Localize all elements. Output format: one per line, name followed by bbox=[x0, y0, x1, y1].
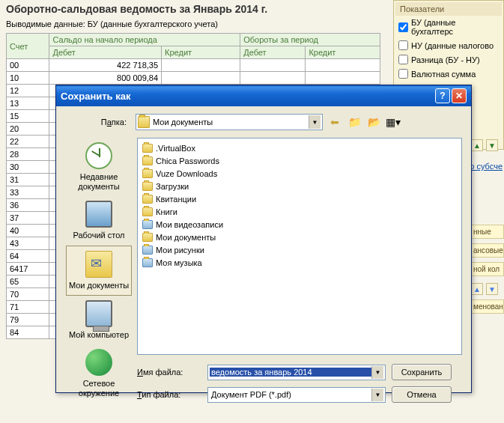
arrow-up-icon[interactable]: ▲ bbox=[471, 283, 483, 295]
col-credit-1: Кредит bbox=[162, 46, 240, 59]
folder-icon bbox=[142, 220, 153, 229]
chevron-down-icon[interactable]: ▼ bbox=[309, 115, 321, 129]
side-frag: нные bbox=[470, 225, 504, 239]
table-row[interactable]: 00422 718,35 bbox=[7, 59, 380, 72]
list-item[interactable]: Квитанции bbox=[141, 192, 458, 205]
list-item[interactable]: Мои рисунки bbox=[141, 243, 458, 256]
help-button[interactable]: ? bbox=[435, 88, 450, 103]
cell-account: 30 bbox=[7, 161, 49, 174]
place-desktop[interactable]: Рабочий стол bbox=[66, 196, 132, 245]
list-item[interactable]: Vuze Downloads bbox=[141, 167, 458, 180]
cell-account: 10 bbox=[7, 72, 49, 85]
cell-account: 84 bbox=[7, 326, 49, 339]
close-button[interactable]: ✕ bbox=[452, 88, 467, 103]
side-frag: ансовые bbox=[470, 243, 504, 258]
list-item[interactable]: Книги bbox=[141, 205, 458, 218]
checkbox[interactable] bbox=[398, 69, 408, 79]
file-name: Квитанции bbox=[156, 195, 196, 204]
mydocs-icon bbox=[85, 251, 112, 278]
table-row[interactable]: 10800 009,84 bbox=[7, 72, 380, 85]
list-item[interactable]: Мои видеозаписи bbox=[141, 218, 458, 231]
side-arrow-group-2: ▲ ▼ bbox=[471, 283, 498, 295]
filename-label: Имя файла: bbox=[136, 368, 201, 377]
computer-icon bbox=[85, 300, 112, 327]
checkbox-row[interactable]: БУ (данные бухгалтерс bbox=[395, 16, 502, 38]
checkbox-label: НУ (данные налогово bbox=[411, 41, 494, 50]
views-icon[interactable]: ▦▾ bbox=[386, 115, 401, 130]
back-icon[interactable]: ⬅ bbox=[327, 115, 342, 130]
up-folder-icon[interactable]: 📁 bbox=[347, 115, 362, 130]
filetype-label: Тип файла: bbox=[136, 390, 201, 399]
col-debit-1: Дебет bbox=[49, 46, 162, 59]
chevron-down-icon[interactable]: ▼ bbox=[371, 389, 383, 401]
file-name: Мои рисунки bbox=[156, 246, 204, 255]
cell-account: 22 bbox=[7, 136, 49, 148]
cell-account: 40 bbox=[7, 225, 49, 237]
folder-icon bbox=[142, 182, 153, 191]
checkbox-row[interactable]: Валютная сумма bbox=[395, 67, 502, 81]
cell-debit: 422 718,35 bbox=[49, 59, 162, 72]
place-label: Сетевое окружение bbox=[67, 379, 130, 398]
chevron-down-icon[interactable]: ▼ bbox=[371, 366, 383, 379]
folder-icon bbox=[142, 144, 153, 153]
list-item[interactable]: Загрузки bbox=[141, 180, 458, 192]
side-frag: ной кол bbox=[470, 262, 504, 276]
titlebar[interactable]: Сохранить как ? ✕ bbox=[56, 85, 471, 106]
checkbox[interactable] bbox=[398, 22, 408, 32]
cell-account: 37 bbox=[7, 212, 49, 225]
place-computer[interactable]: Мой компьютер bbox=[66, 296, 132, 344]
report-subtitle: Выводимые данные: БУ (данные бухгалтерск… bbox=[6, 18, 388, 33]
file-list[interactable]: .VirtualBoxChica PasswordsVuze Downloads… bbox=[137, 138, 462, 355]
filetype-field[interactable]: Документ PDF (*.pdf) ▼ bbox=[207, 387, 386, 403]
side-fragment-group-2: менован bbox=[470, 299, 504, 318]
cell-account: 65 bbox=[7, 276, 49, 288]
folder-icon bbox=[142, 258, 153, 267]
folder-select[interactable]: Мои документы ▼ bbox=[136, 114, 323, 130]
file-name: Chica Passwords bbox=[156, 156, 219, 165]
checkbox-row[interactable]: НУ (данные налогово bbox=[395, 38, 502, 52]
cell-account: 79 bbox=[7, 314, 49, 326]
cell-account: 00 bbox=[7, 59, 49, 72]
checkbox-row[interactable]: Разница (БУ - НУ) bbox=[395, 52, 502, 67]
checkbox-label: Валютная сумма bbox=[411, 70, 476, 79]
cell-debit2 bbox=[240, 59, 306, 72]
cell-account: 36 bbox=[7, 199, 49, 212]
checkbox[interactable] bbox=[398, 55, 408, 64]
cancel-button[interactable]: Отмена bbox=[392, 386, 452, 403]
list-item[interactable]: Chica Passwords bbox=[141, 154, 458, 167]
file-name: Vuze Downloads bbox=[156, 169, 217, 178]
folder-value: Мои документы bbox=[153, 118, 309, 127]
col-account: Счет bbox=[7, 34, 49, 59]
list-item[interactable]: .VirtualBox bbox=[141, 141, 458, 154]
desktop-icon bbox=[85, 201, 112, 228]
new-folder-icon[interactable]: 📂 bbox=[366, 115, 381, 130]
list-item[interactable]: Мои документы bbox=[141, 231, 458, 243]
place-network[interactable]: Сетевое окружение bbox=[66, 344, 132, 403]
file-name: Мои документы bbox=[156, 233, 216, 242]
col-start: Сальдо на начало периода bbox=[49, 34, 240, 46]
cell-debit: 800 009,84 bbox=[49, 72, 162, 85]
side-fragment-group: нные ансовые ной кол bbox=[470, 225, 504, 281]
place-label: Рабочий стол bbox=[67, 231, 130, 240]
file-name: Книги bbox=[156, 207, 177, 216]
arrow-down-icon[interactable]: ▼ bbox=[486, 283, 498, 295]
arrow-down-icon[interactable]: ▼ bbox=[486, 139, 498, 151]
arrow-up-icon[interactable]: ▲ bbox=[471, 139, 483, 151]
cell-account: 20 bbox=[7, 123, 49, 136]
sub-accounts-link[interactable]: о субсче bbox=[470, 162, 503, 171]
cell-account: 33 bbox=[7, 186, 49, 199]
folder-icon bbox=[142, 169, 153, 178]
place-recent[interactable]: Недавние документы bbox=[66, 138, 132, 196]
place-label: Мои документы bbox=[68, 281, 130, 290]
folder-icon bbox=[142, 156, 153, 165]
side-panel-title: Показатели bbox=[395, 2, 502, 16]
cell-account: 6417 bbox=[7, 263, 49, 276]
checkbox[interactable] bbox=[398, 40, 408, 50]
list-item[interactable]: Моя музыка bbox=[141, 256, 458, 269]
filename-value: ведомость за январь 2014 bbox=[210, 368, 371, 377]
filename-field[interactable]: ведомость за январь 2014 ▼ bbox=[207, 365, 386, 380]
cell-credit bbox=[162, 59, 240, 72]
save-button[interactable]: Сохранить bbox=[392, 364, 452, 380]
folder-icon bbox=[142, 195, 153, 204]
place-mydocs[interactable]: Мои документы bbox=[66, 246, 132, 296]
